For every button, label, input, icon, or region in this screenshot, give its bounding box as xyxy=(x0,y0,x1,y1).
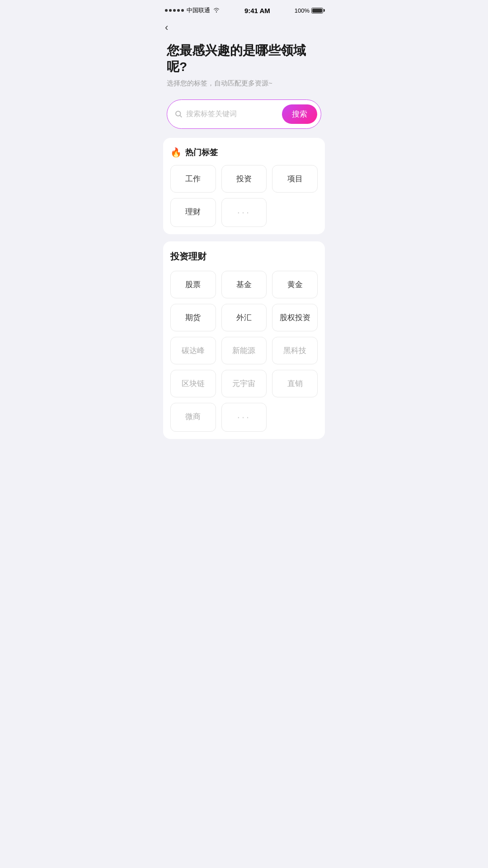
investment-tags-grid: 股票基金黄金期货外汇股权投资碳达峰新能源黑科技区块链元宇宙直销微商··· xyxy=(170,271,318,432)
hot-tags-card: 🔥 热门标签 工作投资项目理财··· xyxy=(163,138,325,234)
investment-tag-item[interactable]: 股权投资 xyxy=(272,304,318,331)
hot-tags-title: 🔥 热门标签 xyxy=(170,147,318,158)
investment-tag-item[interactable]: 区块链 xyxy=(170,370,216,397)
page-title: 您最感兴趣的是哪些领域呢? xyxy=(167,42,321,75)
investment-tag-item[interactable]: ··· xyxy=(221,403,267,432)
nav-bar: ‹ xyxy=(156,18,332,35)
search-wrapper: 搜索 xyxy=(156,92,332,138)
investment-tag-item[interactable]: 黄金 xyxy=(272,271,318,298)
svg-line-1 xyxy=(180,116,181,117)
investment-tag-item[interactable]: 新能源 xyxy=(221,337,267,364)
search-icon xyxy=(174,110,183,118)
page-header: 您最感兴趣的是哪些领域呢? 选择您的标签，自动匹配更多资源~ xyxy=(156,35,332,92)
time-label: 9:41 AM xyxy=(244,7,270,14)
hot-tag-item[interactable]: 项目 xyxy=(272,165,318,193)
hot-tag-item[interactable]: ··· xyxy=(221,198,267,227)
investment-card: 投资理财 股票基金黄金期货外汇股权投资碳达峰新能源黑科技区块链元宇宙直销微商··… xyxy=(163,241,325,439)
fire-icon: 🔥 xyxy=(170,147,182,158)
status-left: 中国联通 xyxy=(165,6,220,14)
page-subtitle: 选择您的标签，自动匹配更多资源~ xyxy=(167,79,321,88)
hot-tag-item[interactable]: 工作 xyxy=(170,165,216,193)
investment-tag-item[interactable]: 微商 xyxy=(170,403,216,432)
hot-tags-grid: 工作投资项目理财··· xyxy=(170,165,318,227)
battery-icon xyxy=(311,8,323,14)
battery-percent: 100% xyxy=(295,7,310,14)
investment-tag-item[interactable]: 股票 xyxy=(170,271,216,298)
search-bar: 搜索 xyxy=(167,99,321,129)
investment-tag-item[interactable]: 碳达峰 xyxy=(170,337,216,364)
search-button[interactable]: 搜索 xyxy=(282,104,317,124)
signal-dots xyxy=(165,9,184,12)
status-bar: 中国联通 9:41 AM 100% xyxy=(156,0,332,18)
hot-tag-item[interactable]: 理财 xyxy=(170,198,216,227)
search-input[interactable] xyxy=(186,110,278,118)
investment-title: 投资理财 xyxy=(170,250,318,263)
investment-tag-item[interactable]: 期货 xyxy=(170,304,216,331)
investment-tag-item[interactable]: 元宇宙 xyxy=(221,370,267,397)
investment-tag-item[interactable]: 直销 xyxy=(272,370,318,397)
back-button[interactable]: ‹ xyxy=(165,23,168,33)
investment-tag-item[interactable]: 黑科技 xyxy=(272,337,318,364)
hot-tag-item[interactable]: 投资 xyxy=(221,165,267,193)
status-right: 100% xyxy=(295,7,323,14)
investment-tag-item[interactable]: 基金 xyxy=(221,271,267,298)
carrier-label: 中国联通 xyxy=(187,6,210,14)
wifi-icon xyxy=(213,7,220,14)
investment-tag-item[interactable]: 外汇 xyxy=(221,304,267,331)
